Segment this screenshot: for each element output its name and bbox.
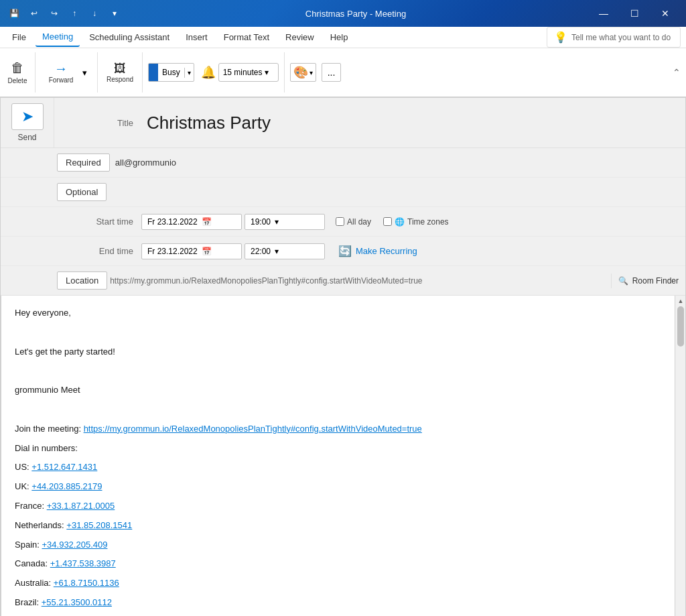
start-time-arrow: ▾ bbox=[275, 217, 279, 227]
phone-number-row: Canada: +1.437.538.3987 bbox=[15, 557, 665, 571]
menu-insert[interactable]: Insert bbox=[179, 28, 214, 46]
title-label: Title bbox=[54, 118, 141, 128]
menu-format-text[interactable]: Format Text bbox=[217, 28, 276, 46]
ribbon-collapse-button[interactable]: ⌃ bbox=[673, 67, 681, 78]
send-button[interactable]: ➤ bbox=[11, 103, 44, 130]
party-line: Let's get the party started! bbox=[15, 345, 665, 359]
ribbon-sep-3 bbox=[142, 52, 143, 93]
status-color-box bbox=[149, 64, 158, 81]
allday-label[interactable]: All day bbox=[336, 217, 371, 227]
menu-file[interactable]: File bbox=[5, 28, 33, 46]
menu-review[interactable]: Review bbox=[279, 28, 321, 46]
category-arrow-icon: ▾ bbox=[310, 69, 313, 76]
respond-label: Respond bbox=[107, 76, 133, 83]
start-time-dropdown[interactable]: 19:00 ▾ bbox=[245, 214, 325, 230]
required-button[interactable]: Required bbox=[57, 153, 110, 172]
delete-button[interactable]: 🗑 Delete bbox=[5, 51, 29, 94]
scroll-up-button[interactable]: ▲ bbox=[675, 296, 685, 306]
more-button[interactable]: ▾ bbox=[106, 5, 123, 22]
phone-number-row: Netherlands: +31.85.208.1541 bbox=[15, 519, 665, 533]
category-button[interactable]: 🎨 ▾ bbox=[290, 63, 316, 82]
phone-link[interactable]: +61.8.7150.1136 bbox=[54, 578, 119, 588]
minimize-button[interactable]: — bbox=[588, 0, 619, 27]
allday-checkbox[interactable] bbox=[336, 217, 344, 226]
tell-me-field[interactable]: 💡 Tell me what you want to do bbox=[547, 27, 681, 48]
optional-button[interactable]: Optional bbox=[57, 183, 107, 201]
phone-link[interactable]: +1.437.538.3987 bbox=[50, 558, 116, 568]
allday-text: All day bbox=[347, 217, 371, 227]
end-time-arrow: ▾ bbox=[275, 247, 279, 256]
close-button[interactable]: ✕ bbox=[650, 0, 681, 27]
menu-meeting[interactable]: Meeting bbox=[36, 27, 80, 47]
required-value: all@grommunio bbox=[115, 158, 176, 168]
phone-link[interactable]: +31.85.208.1541 bbox=[66, 520, 132, 530]
phone-numbers-list: US: +1.512.647.1431UK: +44.203.885.2179F… bbox=[15, 460, 665, 616]
start-date-input[interactable]: Fr 23.12.2022 📅 bbox=[141, 214, 242, 230]
respond-button[interactable]: 🖼 Respond bbox=[103, 51, 137, 94]
timezones-text: Time zones bbox=[407, 217, 449, 227]
start-date-value: Fr 23.12.2022 bbox=[147, 217, 198, 227]
scrollbar: ▲ ▼ bbox=[675, 296, 685, 616]
timezones-label[interactable]: 🌐 Time zones bbox=[383, 217, 449, 227]
phone-link[interactable]: +34.932.205.409 bbox=[42, 540, 107, 550]
timezones-checkbox[interactable] bbox=[383, 217, 392, 226]
phone-number-row: UK: +44.203.885.2179 bbox=[15, 480, 665, 494]
empty-line-3 bbox=[15, 403, 665, 417]
room-finder-text: Room Finder bbox=[632, 276, 679, 286]
phone-number-row: Australia: +61.8.7150.1136 bbox=[15, 576, 665, 591]
end-time-row: End time Fr 23.12.2022 📅 22:00 ▾ 🔄 Make … bbox=[1, 237, 685, 266]
menu-scheduling[interactable]: Scheduling Assistant bbox=[82, 28, 176, 46]
category-icon: 🎨 bbox=[293, 65, 308, 80]
join-link[interactable]: https://my.grommun.io/RelaxedMonopoliesP… bbox=[84, 424, 422, 434]
reminder-group: 🔔 bbox=[201, 65, 216, 80]
window-controls: — ☐ ✕ bbox=[588, 0, 681, 27]
menu-bar: File Meeting Scheduling Assistant Insert… bbox=[0, 27, 686, 48]
phone-link[interactable]: +33.1.87.21.0005 bbox=[47, 501, 115, 511]
maximize-button[interactable]: ☐ bbox=[619, 0, 650, 27]
phone-link[interactable]: +44.203.885.2179 bbox=[31, 481, 102, 491]
down-button[interactable]: ↓ bbox=[86, 5, 103, 22]
content-area[interactable]: Hey everyone, Let's get the party starte… bbox=[1, 296, 685, 616]
phone-number-row: Spain: +34.932.205.409 bbox=[15, 538, 665, 552]
reminder-text: 15 minutes bbox=[223, 68, 263, 77]
forward-icon: → bbox=[54, 61, 68, 76]
ribbon-sep-2 bbox=[97, 52, 98, 93]
make-recurring-button[interactable]: 🔄 Make Recurring bbox=[338, 245, 417, 257]
end-date-input[interactable]: Fr 23.12.2022 📅 bbox=[141, 243, 242, 259]
undo-button[interactable]: ↩ bbox=[25, 5, 43, 22]
room-finder-button[interactable]: 🔍 Room Finder bbox=[611, 273, 685, 288]
up-button[interactable]: ↑ bbox=[66, 5, 83, 22]
end-time-dropdown[interactable]: 22:00 ▾ bbox=[245, 243, 325, 259]
phone-number-row: Brazil: +55.21.3500.0112 bbox=[15, 596, 665, 610]
forward-button[interactable]: → Forward bbox=[41, 51, 81, 94]
forward-dropdown-btn[interactable]: ▾ bbox=[82, 68, 92, 78]
start-time-row: Start time Fr 23.12.2022 📅 19:00 ▾ All d… bbox=[1, 207, 685, 237]
title-bar: 💾 ↩ ↪ ↑ ↓ ▾ Christmas Party - Meeting — … bbox=[0, 0, 686, 27]
tell-me-text: Tell me what you want to do bbox=[571, 33, 671, 42]
more-options-text: ... bbox=[328, 67, 336, 78]
status-dropdown[interactable]: Busy ▾ bbox=[148, 63, 194, 82]
meet-line: grommunio Meet bbox=[15, 383, 665, 397]
end-time-label: End time bbox=[54, 246, 141, 256]
title-row: ➤ Send Title Christmas Party bbox=[1, 98, 685, 148]
phone-link[interactable]: +55.21.3500.0112 bbox=[42, 597, 112, 607]
scroll-thumb[interactable] bbox=[677, 306, 684, 347]
phone-link[interactable]: +1.512.647.1431 bbox=[31, 462, 97, 472]
optional-field bbox=[109, 187, 685, 198]
dial-header: Dial in numbers: bbox=[15, 442, 665, 456]
reminder-dropdown[interactable]: 15 minutes ▾ bbox=[218, 63, 279, 82]
email-body: Hey everyone, Let's get the party starte… bbox=[15, 306, 665, 616]
more-options-button[interactable]: ... bbox=[322, 63, 342, 82]
redo-button[interactable]: ↪ bbox=[46, 5, 63, 22]
location-row: Location https://my.grommun.io/RelaxedMo… bbox=[1, 266, 685, 296]
forward-group: → Forward ▾ bbox=[41, 51, 92, 94]
save-button[interactable]: 💾 bbox=[5, 5, 23, 22]
menu-help[interactable]: Help bbox=[324, 28, 355, 46]
empty-line-2 bbox=[15, 364, 665, 378]
phone-number-row: France: +33.1.87.21.0005 bbox=[15, 499, 665, 513]
window-title: Christmas Party - Meeting bbox=[123, 9, 588, 19]
end-date-value: Fr 23.12.2022 bbox=[147, 247, 198, 256]
make-recurring-text: Make Recurring bbox=[356, 246, 417, 256]
status-text: Busy bbox=[158, 66, 184, 78]
location-button[interactable]: Location bbox=[57, 271, 107, 290]
